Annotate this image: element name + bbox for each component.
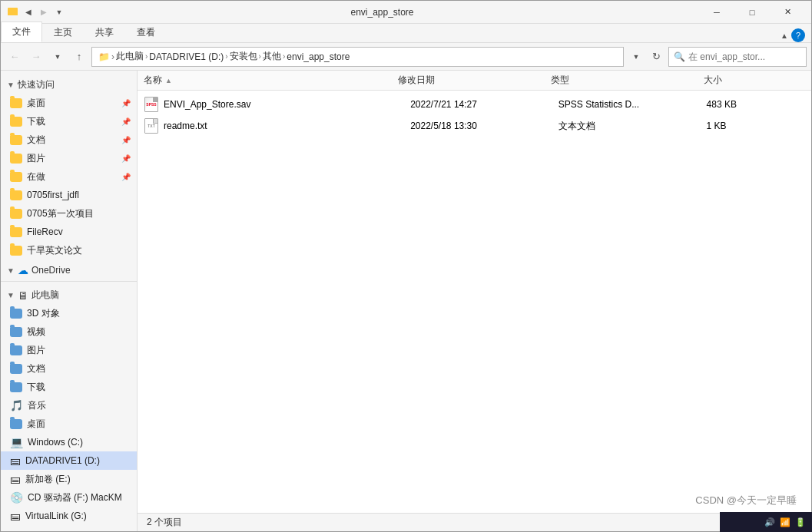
column-type[interactable]: 类型 <box>551 74 704 87</box>
pin-icon: 📌 <box>121 99 131 107</box>
path-part-pc: 📁 <box>98 51 110 62</box>
sidebar-item-jdfl[interactable]: 0705first_jdfl <box>1 186 137 204</box>
tab-home[interactable]: 主页 <box>42 22 84 42</box>
back-button[interactable]: ← <box>5 48 24 66</box>
window-title: envi_app_store <box>65 7 699 18</box>
help-button[interactable]: ? <box>791 28 805 42</box>
folder-icon <box>10 419 22 429</box>
path-chevron-2: › <box>225 52 227 61</box>
file-type-text: 文本文档 <box>558 120 595 133</box>
onedrive-section[interactable]: ▼ ☁ OneDrive <box>1 259 137 279</box>
sidebar-item-label: 下载 <box>27 115 45 128</box>
onedrive-icon: ☁ <box>18 264 28 276</box>
sidebar-item-desktop[interactable]: 桌面 📌 <box>1 94 137 112</box>
column-size-label: 大小 <box>704 74 722 87</box>
sidebar-item-label: 桌面 <box>27 97 45 110</box>
forward-button[interactable]: → <box>27 48 45 66</box>
sidebar: ▼ 快速访问 桌面 📌 下载 📌 文档 📌 图片 📌 <box>1 71 138 531</box>
sidebar-item-inprogress[interactable]: 在做 📌 <box>1 167 137 186</box>
pc-icon: 🖥 <box>18 289 28 302</box>
sidebar-item-label: 音乐 <box>28 399 46 412</box>
file-row[interactable]: TXT readme.txt 2022/5/18 13:30 文本文档 1 KB <box>138 115 811 137</box>
title-bar-icons: ◀ ▶ ▼ <box>7 6 65 18</box>
sidebar-item-filerecv[interactable]: FileRecv <box>1 223 137 241</box>
close-button[interactable]: ✕ <box>770 1 805 24</box>
sidebar-item-documents[interactable]: 文档 <box>1 359 137 378</box>
sidebar-item-desktop2[interactable]: 桌面 <box>1 415 137 433</box>
sidebar-item-label: OneDrive <box>31 265 71 276</box>
maximize-button[interactable]: □ <box>734 1 770 24</box>
column-size[interactable]: 大小 <box>704 74 805 87</box>
sidebar-item-label: 此电脑 <box>31 289 59 302</box>
address-path[interactable]: 📁 › 此电脑 › DATADRIVE1 (D:) › 安装包 › 其他 › e… <box>91 47 624 67</box>
file-icon-area: TXT <box>144 118 159 134</box>
sidebar-item-label: 视频 <box>27 325 45 339</box>
quick-access-forward[interactable]: ▶ <box>38 6 50 18</box>
column-type-label: 类型 <box>551 74 569 87</box>
thispc-section[interactable]: ▼ 🖥 此电脑 <box>1 284 137 304</box>
tray-icon-2: 📶 <box>780 517 790 527</box>
sidebar-item-music[interactable]: 🎵 音乐 <box>1 396 137 415</box>
sidebar-item-label: 图片 <box>27 152 45 165</box>
folder-icon <box>10 246 22 256</box>
sidebar-item-video[interactable]: 视频 <box>1 322 137 341</box>
sidebar-item-label: 0705first_jdfl <box>27 190 79 200</box>
drive-g-icon: 🖴 <box>10 510 21 522</box>
sidebar-item-drive-c[interactable]: 💻 Windows (C:) <box>1 433 137 451</box>
sidebar-item-papers[interactable]: 千旱英文论文 <box>1 241 137 259</box>
column-date-label: 修改日期 <box>398 74 435 87</box>
minimize-button[interactable]: ─ <box>699 1 734 24</box>
file-type-text: SPSS Statistics D... <box>558 99 639 110</box>
folder-icon <box>10 327 22 337</box>
file-date: 2022/7/21 14:27 <box>410 99 558 110</box>
pin-icon: 📌 <box>121 173 131 181</box>
sidebar-item-downloads[interactable]: 下载 📌 <box>1 112 137 131</box>
folder-icon <box>10 364 22 374</box>
quick-access-section[interactable]: ▼ 快速访问 <box>1 74 137 94</box>
title-dropdown[interactable]: ▼ <box>53 6 65 18</box>
dropdown-arrow[interactable]: ▼ <box>627 48 645 66</box>
refresh-button[interactable]: ↻ <box>647 48 665 66</box>
sidebar-item-drive-g[interactable]: 🖴 VirtualLink (G:) <box>1 507 137 525</box>
sidebar-divider <box>1 281 137 282</box>
file-name-text: readme.txt <box>164 121 207 131</box>
tab-share[interactable]: 共享 <box>84 22 125 42</box>
ribbon-collapse-btn[interactable]: ▲ <box>781 31 788 40</box>
column-name[interactable]: 名称 ▲ <box>144 74 398 87</box>
up-button[interactable]: ↑ <box>70 48 88 66</box>
search-input[interactable] <box>688 51 804 62</box>
sidebar-item-project[interactable]: 0705第一次项目 <box>1 204 137 223</box>
search-icon: 🔍 <box>674 51 685 62</box>
explorer-window: ◀ ▶ ▼ envi_app_store ─ □ ✕ 文件 主页 共享 查看 ▲… <box>0 0 812 532</box>
sidebar-item-pictures[interactable]: 图片 📌 <box>1 149 137 167</box>
sidebar-item-label: 新加卷 (E:) <box>25 473 71 486</box>
file-date-text: 2022/5/18 13:30 <box>410 121 477 131</box>
path-drive: DATADRIVE1 (D:) <box>149 51 224 62</box>
column-date[interactable]: 修改日期 <box>398 74 551 87</box>
tab-file[interactable]: 文件 <box>1 21 42 42</box>
sidebar-item-label: VirtualLink (G:) <box>25 511 87 521</box>
file-type: 文本文档 <box>558 120 707 133</box>
sidebar-item-3d[interactable]: 3D 对象 <box>1 304 137 322</box>
sidebar-item-pics[interactable]: 图片 <box>1 341 137 359</box>
file-row[interactable]: SPSS ENVI_App_Store.sav 2022/7/21 14:27 … <box>138 94 811 115</box>
tab-view[interactable]: 查看 <box>125 22 167 42</box>
music-icon: 🎵 <box>10 399 23 411</box>
sidebar-item-drive-f[interactable]: 💿 CD 驱动器 (F:) MacKM <box>1 488 137 507</box>
sidebar-item-label: 在做 <box>27 170 45 183</box>
file-icon-area: SPSS <box>144 97 159 112</box>
path-chevron-3: › <box>259 52 261 61</box>
file-date: 2022/5/18 13:30 <box>410 121 558 131</box>
sidebar-item-docs[interactable]: 文档 📌 <box>1 131 137 149</box>
status-bar: 2 个项目 <box>138 513 811 531</box>
sidebar-item-dl[interactable]: 下载 <box>1 378 137 396</box>
folder-icon <box>10 209 22 219</box>
recent-locations-button[interactable]: ▼ <box>48 48 67 66</box>
file-name: ENVI_App_Store.sav <box>164 99 410 110</box>
sidebar-item-drive-d[interactable]: 🖴 DATADRIVE1 (D:) <box>1 451 137 470</box>
path-chevron-4: › <box>283 52 285 61</box>
sidebar-item-drive-e[interactable]: 🖴 新加卷 (E:) <box>1 470 137 488</box>
search-box[interactable]: 🔍 <box>668 47 807 67</box>
folder-icon <box>10 135 22 145</box>
quick-access-back[interactable]: ◀ <box>22 6 35 18</box>
